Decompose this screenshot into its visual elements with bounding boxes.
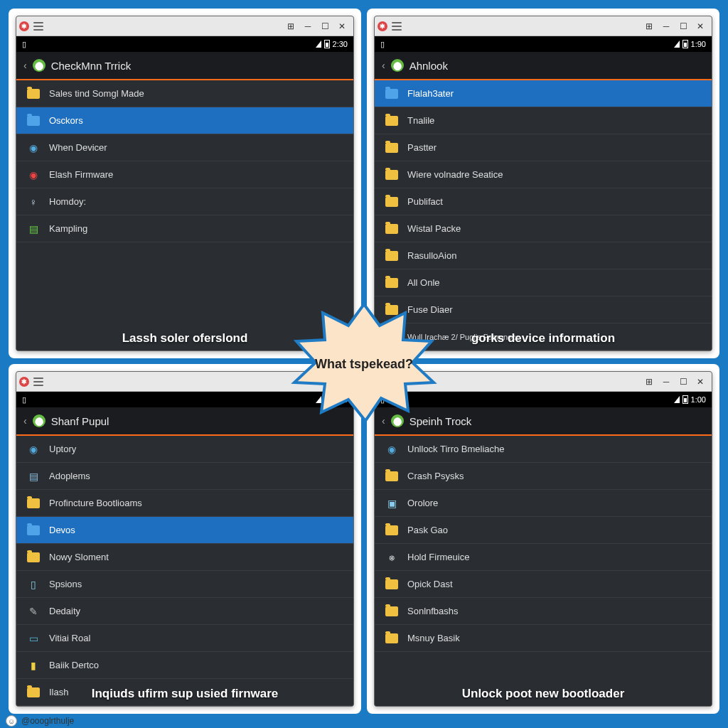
back-icon[interactable]: ‹ [23, 60, 27, 71]
list-item[interactable]: All Onle [375, 269, 712, 296]
list-item[interactable]: Sales tind Somgl Made [16, 80, 353, 107]
list-item[interactable]: Wistal Packe [375, 215, 712, 242]
callout-burst: What tspekead? [286, 299, 442, 429]
list-item[interactable]: ◉Unllock Tirro Bmeliache [375, 436, 712, 463]
list-item[interactable]: Pastter [375, 134, 712, 161]
list-item[interactable]: ⎈Hold Firmeuice [375, 544, 712, 571]
list-item[interactable]: ♀Homdoy: [16, 188, 353, 215]
folder-icon [385, 141, 399, 155]
toolbox-icon[interactable]: ⊞ [641, 375, 658, 389]
folder-icon [385, 222, 399, 236]
minimize-button[interactable]: ─ [299, 19, 316, 33]
menu-list: ◉Uptory ▤Adoplems Profincture Bootlioams… [16, 436, 353, 706]
close-button[interactable]: ✕ [333, 19, 350, 33]
app-header: ‹ ⬤ CheckMnn Trrick [16, 52, 353, 80]
android-statusbar: ▯ 1:90 [375, 36, 712, 52]
page-icon: ▤ [26, 469, 41, 483]
bar-icon: ▯ [26, 577, 41, 592]
list-item[interactable]: ◉When Devicer [16, 134, 353, 161]
maximize-button[interactable]: ☐ [316, 19, 333, 33]
list-item[interactable]: Osckors [16, 107, 353, 134]
panel-caption: Unlock poot new bootloader [462, 687, 625, 701]
list-item[interactable]: Opick Dast [375, 571, 712, 598]
list-item[interactable]: ▭Vitiai Roal [16, 625, 353, 652]
back-icon[interactable]: ‹ [382, 60, 385, 71]
battery-icon [682, 395, 688, 404]
panel-caption: Inqiuds ufirm sup usied firnware [92, 687, 279, 701]
app-icon: ⬤ [33, 59, 46, 72]
list-item[interactable]: ▤Adoplems [16, 463, 353, 490]
toolbox-icon[interactable]: ⊞ [641, 19, 658, 33]
signal-icon [674, 396, 680, 403]
folder-icon [385, 195, 399, 209]
list-item[interactable]: Nowy Sloment [16, 544, 353, 571]
toolbox-icon[interactable]: ⊞ [282, 19, 299, 33]
list-item[interactable]: ◉Elash Firmware [16, 161, 353, 188]
folder-icon [385, 276, 399, 290]
minimize-button[interactable]: ─ [658, 375, 675, 389]
app-header: ‹ ⬤ Ahnlook [375, 52, 712, 80]
maximize-button[interactable]: ☐ [675, 375, 692, 389]
list-item[interactable]: Devos [16, 517, 353, 544]
close-button[interactable]: ✕ [692, 19, 709, 33]
hamburger-icon[interactable] [33, 378, 43, 386]
list-item[interactable]: ▮Baiik Dertco [16, 652, 353, 679]
folder-icon [385, 577, 399, 592]
minimize-button[interactable]: ─ [658, 19, 675, 33]
list-item[interactable]: ▤Kampling [16, 215, 353, 242]
titlebar: ✱ ⊞ ─ ☐ ✕ [16, 16, 353, 36]
signal-icon [674, 41, 680, 48]
list-item[interactable]: Publifact [375, 188, 712, 215]
android-statusbar: ▯ 2:30 [16, 36, 353, 52]
pencil-icon: ✎ [26, 604, 41, 619]
folder-icon [385, 168, 399, 182]
folder-icon [26, 685, 41, 700]
list-item[interactable]: Profincture Bootlioams [16, 490, 353, 517]
globe-icon: ◉ [385, 442, 399, 456]
folder-icon [385, 249, 399, 263]
maximize-button[interactable]: ☐ [675, 19, 692, 33]
folder-icon [385, 469, 399, 483]
picture-icon: ▣ [385, 496, 399, 510]
folder-icon [26, 496, 41, 510]
footer-handle: @oooglrthulje [21, 716, 74, 726]
panel-caption: gorks device information [471, 331, 615, 346]
back-icon[interactable]: ‹ [23, 415, 27, 427]
app-badge-icon: ✱ [19, 377, 29, 387]
list-item[interactable]: Msnuy Basik [375, 625, 712, 652]
chrome-icon: ◉ [26, 168, 41, 182]
folder-icon [385, 114, 399, 128]
folder-icon [385, 604, 399, 619]
notif-icon: ▯ [22, 40, 26, 49]
bulb-icon: ♀ [26, 195, 41, 209]
notif-icon: ▯ [22, 395, 26, 405]
folder-icon [26, 550, 41, 564]
app-icon: ⬤ [33, 414, 46, 427]
folder-icon [26, 114, 41, 128]
app-title: CheckMnn Trrick [51, 60, 132, 72]
list-item[interactable]: Wiere volnadre Seatice [375, 161, 712, 188]
globe-icon: ◉ [26, 141, 41, 155]
hamburger-icon[interactable] [392, 22, 402, 31]
list-item[interactable]: ▯Spsions [16, 571, 353, 598]
list-item[interactable]: RasulloAion [375, 242, 712, 269]
close-button[interactable]: ✕ [692, 375, 709, 389]
status-time: 2:30 [333, 40, 348, 48]
list-item[interactable]: ▣Orolore [375, 490, 712, 517]
list-item[interactable]: Pask Gao [375, 517, 712, 544]
list-item[interactable]: ◉Uptory [16, 436, 353, 463]
folder-icon [385, 87, 399, 101]
hamburger-icon[interactable] [33, 22, 43, 31]
list-item[interactable]: Flalah3ater [375, 80, 712, 107]
app-badge-icon: ✱ [378, 21, 387, 31]
folder-icon [385, 631, 399, 646]
list-item[interactable]: Sonlnfbashs [375, 598, 712, 625]
list-item[interactable]: Crash Psysks [375, 463, 712, 490]
list-item[interactable]: ✎Dedaity [16, 598, 353, 625]
signal-icon [316, 41, 321, 48]
app-title: Ahnlook [410, 60, 448, 72]
status-time: 1:00 [691, 395, 706, 404]
notif-icon: ▯ [380, 40, 385, 49]
battery-icon [682, 40, 688, 48]
list-item[interactable]: Tnalile [375, 107, 712, 134]
